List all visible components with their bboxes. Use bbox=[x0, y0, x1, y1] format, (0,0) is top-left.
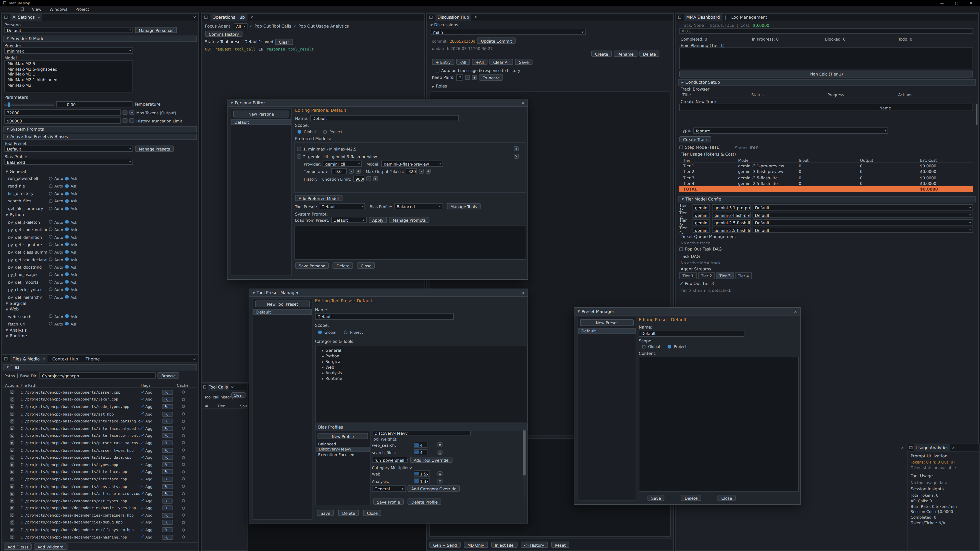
cache-indicator[interactable] bbox=[181, 441, 185, 445]
remove-file-button[interactable]: x bbox=[10, 520, 14, 525]
remove-file-button[interactable]: x bbox=[10, 513, 14, 518]
agg-checkbox[interactable] bbox=[141, 528, 144, 532]
remove-file-button[interactable]: x bbox=[10, 527, 14, 532]
tier-preset-select[interactable]: Default bbox=[752, 212, 973, 218]
model-option[interactable]: MiniMax-M2.5 bbox=[5, 61, 133, 67]
model-option[interactable]: MiniMax-M2 bbox=[5, 83, 133, 88]
ask-radio[interactable] bbox=[65, 322, 69, 326]
remove-multiplier-button[interactable]: x bbox=[438, 471, 442, 476]
tool-group-python[interactable]: Python bbox=[3, 212, 197, 218]
auto-radio[interactable] bbox=[49, 314, 52, 318]
manage-prompts-button[interactable]: Manage Prompts bbox=[389, 217, 430, 223]
roles-header[interactable]: Roles bbox=[432, 84, 447, 89]
ask-radio[interactable] bbox=[65, 242, 69, 246]
pop-out-usage-checkbox[interactable] bbox=[293, 24, 297, 28]
epic-planning-textarea[interactable] bbox=[679, 48, 973, 69]
provider-select[interactable]: minimax bbox=[4, 48, 133, 54]
delete-preset-button[interactable]: Delete bbox=[681, 495, 701, 501]
cache-indicator[interactable] bbox=[181, 405, 185, 408]
tab-ai-settings[interactable]: AI Settings bbox=[10, 14, 42, 21]
tool-group-analysis[interactable]: Analysis bbox=[3, 327, 197, 333]
profile-name-input[interactable]: Discovery-Heavy bbox=[372, 430, 471, 435]
truncate-button[interactable]: Truncate bbox=[479, 74, 504, 80]
add-entry-button[interactable]: + Entry bbox=[432, 59, 454, 65]
scrollbar-thumb[interactable] bbox=[976, 104, 977, 125]
to-history-button[interactable]: -> History bbox=[520, 541, 548, 548]
full-button[interactable]: Full bbox=[162, 484, 173, 489]
browse-button[interactable]: Browse bbox=[158, 372, 180, 379]
stream-tier-tab[interactable]: Tier 2 bbox=[698, 272, 715, 279]
remove-weight-button[interactable]: x bbox=[438, 442, 442, 448]
md-only-button[interactable]: MD Only bbox=[464, 541, 488, 548]
category-tree-item[interactable]: Python bbox=[322, 353, 527, 359]
provider-model-header[interactable]: Provider & Model bbox=[3, 36, 197, 41]
model-select[interactable]: gemini-3-flash-preview bbox=[381, 160, 443, 167]
auto-radio[interactable] bbox=[49, 272, 52, 276]
full-button[interactable]: Full bbox=[162, 411, 173, 416]
auto-radio[interactable] bbox=[49, 184, 52, 188]
close-icon[interactable] bbox=[250, 15, 253, 19]
remove-file-button[interactable]: x bbox=[10, 448, 14, 452]
auto-radio[interactable] bbox=[49, 295, 52, 299]
close-icon[interactable] bbox=[521, 291, 524, 295]
manage-presets-button[interactable]: Manage Presets bbox=[135, 146, 174, 152]
reset-button[interactable]: Reset bbox=[551, 541, 570, 548]
tab-theme[interactable]: Theme bbox=[83, 355, 102, 362]
full-button[interactable]: Full bbox=[162, 433, 173, 438]
increment-button[interactable]: + bbox=[129, 118, 135, 123]
scrollbar-thumb[interactable] bbox=[523, 430, 526, 475]
close-button[interactable]: ✕ bbox=[965, 1, 977, 5]
clear-status-button[interactable]: Clear bbox=[275, 39, 293, 45]
remove-file-button[interactable]: x bbox=[10, 535, 14, 539]
ask-radio[interactable] bbox=[65, 257, 69, 261]
cache-indicator[interactable] bbox=[181, 398, 185, 401]
remove-file-button[interactable]: x bbox=[10, 441, 14, 445]
full-button[interactable]: Full bbox=[162, 419, 173, 424]
scope-global-radio[interactable] bbox=[642, 345, 646, 348]
remove-file-button[interactable]: x bbox=[10, 491, 14, 495]
preset-name-input[interactable]: Default bbox=[639, 330, 745, 337]
cache-indicator[interactable] bbox=[181, 521, 185, 524]
cache-indicator[interactable] bbox=[181, 507, 185, 510]
agg-checkbox[interactable] bbox=[141, 455, 144, 459]
history-limit-input[interactable]: 900000 bbox=[353, 176, 364, 182]
delete-discussion-button[interactable]: Delete bbox=[639, 51, 660, 57]
tier-provider-select[interactable]: gemini bbox=[692, 212, 710, 218]
delete-profile-button[interactable]: Delete Profile bbox=[407, 499, 442, 505]
remove-file-button[interactable]: x bbox=[10, 405, 14, 409]
close-dialog-button[interactable]: Close bbox=[718, 495, 736, 501]
ask-radio[interactable] bbox=[65, 314, 69, 318]
decrement-button[interactable]: - bbox=[123, 110, 127, 115]
menu-item[interactable]: Project bbox=[76, 6, 89, 12]
system-prompts-header[interactable]: System Prompts bbox=[3, 126, 197, 132]
ask-radio[interactable] bbox=[65, 184, 69, 188]
cache-indicator[interactable] bbox=[181, 391, 185, 394]
temperature-input[interactable]: 0.00 bbox=[56, 101, 132, 107]
agg-checkbox[interactable] bbox=[141, 397, 144, 402]
cache-indicator[interactable] bbox=[181, 492, 185, 495]
tool-group-runtime[interactable]: Runtime bbox=[3, 333, 197, 339]
remove-weight-button[interactable]: x bbox=[438, 450, 442, 455]
pop-out-tier3-checkbox[interactable] bbox=[679, 282, 683, 286]
scope-global-radio[interactable] bbox=[318, 330, 322, 334]
maximize-button[interactable]: ▢ bbox=[951, 1, 963, 5]
full-button[interactable]: Full bbox=[162, 527, 173, 532]
auto-add-checkbox[interactable] bbox=[436, 68, 439, 72]
ask-radio[interactable] bbox=[65, 272, 69, 276]
scope-project-radio[interactable] bbox=[344, 330, 348, 334]
cache-indicator[interactable] bbox=[181, 427, 185, 430]
category-tree-item[interactable]: Runtime bbox=[322, 375, 527, 381]
temperature-slider[interactable] bbox=[4, 103, 54, 105]
step-mode-checkbox[interactable] bbox=[679, 146, 683, 149]
weight-input[interactable]: 4 bbox=[414, 449, 428, 455]
stream-tier-tab[interactable]: Tier 1 bbox=[679, 272, 697, 279]
manage-tools-button[interactable]: Manage Tools bbox=[447, 203, 481, 209]
category-tree-item[interactable]: General bbox=[322, 348, 527, 353]
add-files-button[interactable]: Add File(s) bbox=[4, 544, 32, 550]
remove-model-button[interactable]: x bbox=[514, 154, 519, 159]
agg-checkbox[interactable] bbox=[141, 419, 144, 423]
close-icon[interactable] bbox=[192, 357, 196, 361]
cache-indicator[interactable] bbox=[181, 434, 185, 437]
remove-file-button[interactable]: x bbox=[10, 419, 14, 423]
model-option[interactable]: MiniMax-M2.5-highspeed bbox=[5, 67, 133, 72]
